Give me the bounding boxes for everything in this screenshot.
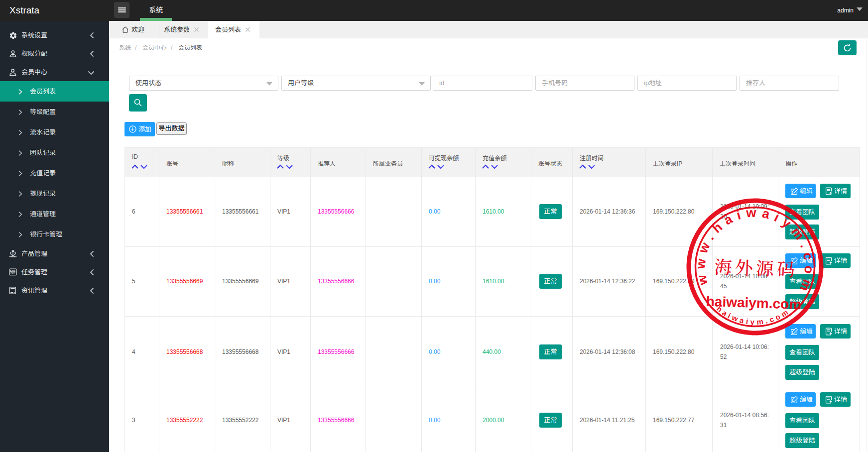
svg-text:海外源码: 海外源码 [714, 253, 798, 281]
svg-text:www.haiwaiym.com: www.haiwaiym.com [691, 199, 823, 300]
